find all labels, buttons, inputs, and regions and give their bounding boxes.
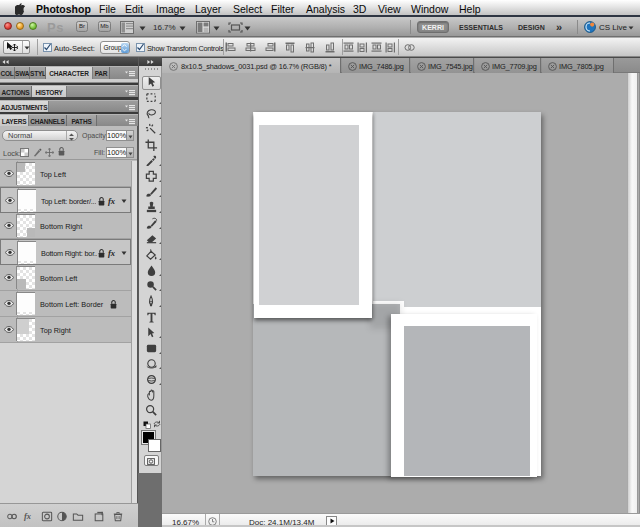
svg-text:fx: fx <box>24 511 32 521</box>
